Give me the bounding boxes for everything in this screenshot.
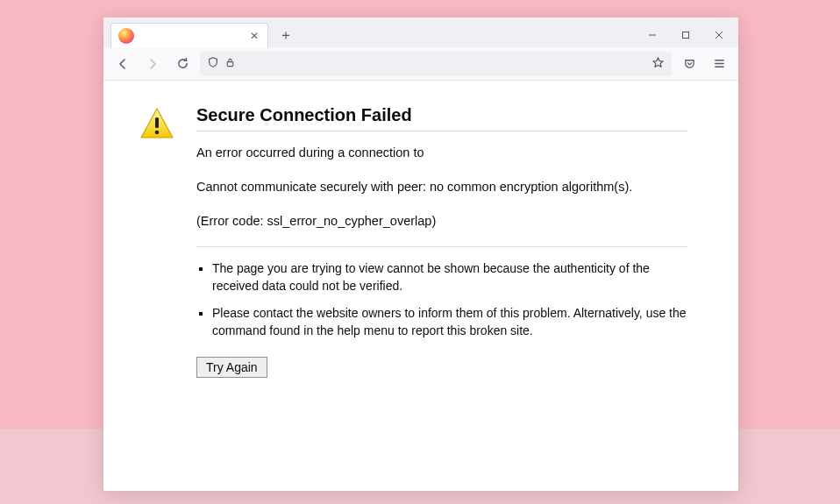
svg-rect-1 [683, 32, 689, 39]
svg-marker-5 [653, 57, 663, 67]
lock-icon[interactable] [224, 57, 236, 71]
minimize-button[interactable] [637, 23, 668, 47]
save-to-pocket-button[interactable] [677, 52, 701, 76]
tab-strip: ✕ ＋ [103, 18, 738, 47]
maximize-button[interactable] [670, 23, 701, 47]
reload-button[interactable] [170, 52, 195, 76]
error-bullets: The page you are trying to view cannot b… [196, 259, 687, 339]
list-item: Please contact the website owners to inf… [212, 304, 687, 340]
tab-close-icon[interactable]: ✕ [248, 30, 260, 42]
app-menu-button[interactable] [707, 52, 731, 76]
error-line-2: Cannot communicate securely with peer: n… [196, 178, 687, 196]
new-tab-button[interactable]: ＋ [274, 23, 298, 47]
warning-icon [139, 105, 175, 142]
forward-button[interactable] [140, 52, 165, 76]
divider [196, 246, 687, 247]
svg-rect-10 [155, 117, 159, 128]
list-item: The page you are trying to view cannot b… [212, 259, 687, 295]
browser-window: ✕ ＋ [103, 18, 738, 491]
active-tab[interactable]: ✕ [110, 23, 268, 47]
error-code: (Error code: ssl_error_no_cypher_overlap… [196, 212, 687, 231]
svg-rect-4 [227, 61, 233, 66]
divider [196, 131, 687, 131]
svg-point-11 [155, 131, 160, 135]
bookmark-star-icon[interactable] [651, 56, 665, 72]
page-content: Secure Connection Failed An error occurr… [103, 81, 738, 491]
error-title: Secure Connection Failed [196, 105, 687, 125]
window-controls [637, 23, 738, 47]
firefox-logo-icon [118, 28, 134, 44]
toolbar [103, 47, 738, 81]
close-window-button[interactable] [703, 23, 735, 47]
try-again-button[interactable]: Try Again [196, 357, 267, 378]
back-button[interactable] [110, 52, 135, 76]
shield-icon[interactable] [207, 56, 219, 71]
address-bar[interactable] [200, 52, 672, 76]
error-line-1: An error occurred during a connection to [196, 144, 687, 162]
